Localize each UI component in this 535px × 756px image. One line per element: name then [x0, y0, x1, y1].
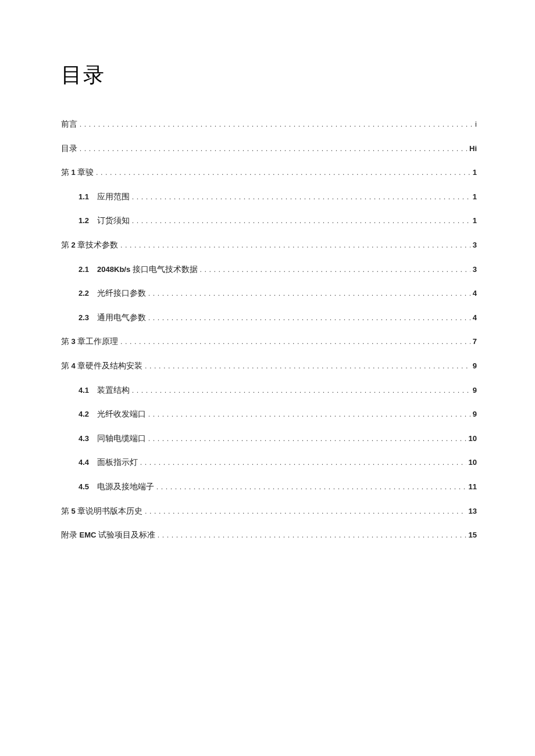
toc-entry[interactable]: 附录 EMC 试验项目及标准..........................…: [61, 529, 477, 541]
toc-entry-number: 2.2: [79, 288, 89, 299]
toc-leader-dots: ........................................…: [145, 507, 466, 517]
toc-entry[interactable]: 4.5电源及接地端子..............................…: [61, 481, 477, 493]
toc-entry-label: 目录: [61, 143, 77, 155]
toc-leader-dots: ........................................…: [132, 192, 470, 202]
toc-entry[interactable]: 4.4面板指示灯................................…: [61, 457, 477, 468]
toc-leader-dots: ........................................…: [200, 265, 470, 275]
toc-entry-label: 装置结构: [97, 385, 130, 396]
toc-leader-dots: ........................................…: [120, 241, 470, 250]
toc-leader-dots: ........................................…: [145, 361, 470, 371]
toc-entry-label: 第 5 章说明书版本历史: [61, 506, 142, 517]
toc-entry-number: 2.3: [79, 313, 89, 323]
toc-entry[interactable]: 4.2光纤收发端口...............................…: [61, 409, 477, 420]
toc-entry-number: 1.2: [79, 216, 89, 226]
toc-entry-number: 2.1: [79, 264, 89, 275]
toc-leader-dots: ........................................…: [148, 289, 470, 299]
toc-entry-number: 4.3: [79, 433, 89, 444]
toc-entry[interactable]: 第 1 章骏..................................…: [61, 167, 477, 178]
toc-entry-label: 订货须知: [97, 215, 130, 227]
toc-entry-page: 10: [469, 457, 477, 468]
toc-entry-number: 4.1: [79, 385, 89, 396]
toc-entry-label: 附录 EMC 试验项目及标准: [61, 529, 155, 541]
toc-entry-page: 15: [469, 530, 477, 540]
toc-entry-label: 同轴电缆端口: [97, 433, 146, 445]
toc-entry[interactable]: 2.12048Kb/s 接口电气技术数据....................…: [61, 264, 477, 275]
toc-leader-dots: ........................................…: [132, 386, 470, 396]
toc-leader-dots: ........................................…: [140, 458, 466, 468]
toc-leader-dots: ........................................…: [156, 482, 466, 492]
toc-leader-dots: ........................................…: [96, 168, 470, 178]
toc-leader-dots: ........................................…: [80, 144, 467, 154]
toc-entry[interactable]: 1.1应用范围.................................…: [61, 191, 477, 203]
toc-entry-label: 电源及接地端子: [97, 481, 154, 493]
toc-entry-page: 1: [473, 192, 477, 202]
toc-entry-page: 9: [473, 361, 477, 371]
toc-leader-dots: ........................................…: [132, 216, 470, 226]
toc-entry-page: 3: [473, 240, 477, 250]
toc-leader-dots: ........................................…: [158, 531, 466, 540]
toc-entry-label: 应用范围: [97, 191, 130, 203]
toc-entry-page: 11: [469, 482, 477, 492]
toc-entry-number: 4.4: [79, 457, 89, 468]
toc-entry-label: 第 2 章技术参数: [61, 239, 118, 251]
toc-entry-number: 4.5: [79, 482, 89, 492]
toc-entry[interactable]: 第 3 章工作原理...............................…: [61, 336, 477, 347]
toc-entry[interactable]: 目录......................................…: [61, 143, 477, 155]
toc-entry-page: 13: [469, 506, 477, 517]
toc-entry-page: 3: [473, 264, 477, 275]
toc-entry[interactable]: 4.1装置结构.................................…: [61, 385, 477, 396]
toc-entry-label: 前言: [61, 119, 77, 130]
toc-leader-dots: ........................................…: [120, 337, 470, 347]
toc-entry[interactable]: 1.2订货须知.................................…: [61, 215, 477, 227]
toc-entry-page: i: [475, 119, 477, 130]
toc-entry-number: 4.2: [79, 409, 89, 420]
toc-entry-page: 1: [473, 167, 477, 178]
toc-leader-dots: ........................................…: [80, 120, 473, 130]
toc-entry-number: 1.1: [79, 192, 89, 202]
toc-entry[interactable]: 第 5 章说明书版本历史............................…: [61, 506, 477, 517]
toc-entry-page: 4: [473, 288, 477, 299]
toc-leader-dots: ........................................…: [148, 434, 466, 444]
toc-entry-label: 通用电气参数: [97, 312, 146, 324]
toc-entry-page: 4: [473, 313, 477, 323]
toc-entry-label: 第 1 章骏: [61, 167, 94, 178]
toc-entry-label: 2048Kb/s 接口电气技术数据: [97, 264, 198, 275]
toc-leader-dots: ........................................…: [148, 410, 470, 420]
toc-entry-label: 光纤收发端口: [97, 409, 146, 420]
toc-entry-page: 9: [473, 409, 477, 420]
toc-entry-label: 光纤接口参数: [97, 288, 146, 299]
toc-entry[interactable]: 4.3同轴电缆端口...............................…: [61, 433, 477, 445]
toc-entry-page: 9: [473, 385, 477, 396]
toc-entry-page: Hi: [469, 144, 477, 154]
toc-title: 目录: [61, 61, 477, 89]
toc-list: 前言......................................…: [61, 119, 477, 541]
toc-entry[interactable]: 2.3通用电气参数...............................…: [61, 312, 477, 324]
toc-leader-dots: ........................................…: [148, 313, 470, 323]
toc-entry[interactable]: 2.2光纤接口参数...............................…: [61, 288, 477, 299]
toc-entry-page: 10: [469, 433, 477, 444]
toc-entry[interactable]: 前言......................................…: [61, 119, 477, 130]
toc-entry-page: 7: [473, 336, 477, 347]
toc-entry[interactable]: 第 4 章硬件及结构安装............................…: [61, 360, 477, 372]
toc-entry[interactable]: 第 2 章技术参数...............................…: [61, 239, 477, 251]
toc-entry-label: 第 3 章工作原理: [61, 336, 118, 347]
toc-entry-label: 第 4 章硬件及结构安装: [61, 360, 142, 372]
toc-entry-label: 面板指示灯: [97, 457, 138, 468]
toc-entry-page: 1: [473, 216, 477, 226]
